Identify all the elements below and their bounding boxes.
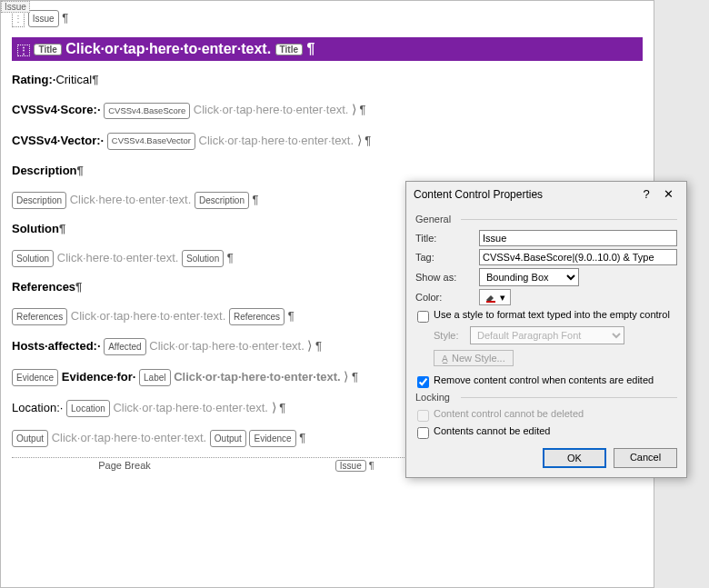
evidence-outer-tag[interactable]: Evidence	[12, 369, 58, 386]
showas-label: Show as:	[415, 272, 479, 283]
lock-edit-row[interactable]: Contents cannot be edited	[417, 425, 677, 439]
cvss-vector-line[interactable]: CVSSv4·Vector:· CVSSv4.BaseVector Click·…	[12, 130, 643, 152]
cvss-score-placeholder[interactable]: Click·or·tap·here·to·enter·text.	[194, 103, 349, 116]
pilcrow-icon: ¶	[77, 164, 84, 177]
pilcrow-icon: ¶	[299, 431, 305, 444]
solution-placeholder[interactable]: Click·here·to·enter·text.	[57, 251, 179, 264]
color-label: Color:	[415, 292, 479, 303]
pilcrow-icon: ¶	[227, 251, 234, 264]
pilcrow-icon: ¶	[306, 41, 315, 56]
new-style-button: A̲ New Style...	[434, 350, 514, 366]
pilcrow-icon: ¶	[352, 370, 358, 384]
style-select: Default Paragraph Font	[470, 326, 624, 344]
showas-row: Show as: Bounding Box	[415, 268, 677, 286]
use-style-label: Use a style to format text typed into th…	[434, 309, 670, 320]
chevron-down-icon: ▾	[500, 292, 505, 304]
help-icon[interactable]: ?	[635, 187, 657, 201]
color-button[interactable]: ▾	[479, 289, 511, 305]
paint-bucket-icon	[484, 291, 497, 304]
pilcrow-icon: ¶	[369, 460, 374, 471]
title-placeholder[interactable]: Click·or·tap·here·to·enter·text.	[65, 41, 271, 56]
svg-rect-0	[486, 301, 495, 303]
solution-tag-start[interactable]: Solution	[12, 250, 54, 267]
location-label: Location:	[12, 401, 60, 414]
hosts-label: Hosts·affected:	[12, 339, 97, 353]
general-group-label: General	[415, 214, 677, 224]
issue-tag[interactable]: Issue	[28, 10, 59, 27]
ok-button[interactable]: OK	[543, 448, 606, 468]
dialog-buttons: OK Cancel	[415, 448, 677, 468]
tag-row: Tag:	[415, 249, 677, 265]
cancel-button[interactable]: Cancel	[614, 448, 677, 468]
location-tag[interactable]: Location	[66, 400, 110, 417]
new-style-icon: A̲	[442, 354, 448, 364]
rating-line[interactable]: Rating:·Critical¶	[12, 70, 643, 90]
pilcrow-icon: ¶	[62, 11, 68, 25]
use-style-checkbox-row[interactable]: Use a style to format text typed into th…	[417, 309, 677, 323]
content-control-properties-dialog: Content Control Properties ? ✕ General T…	[405, 181, 687, 478]
lock-edit-checkbox[interactable]	[417, 427, 429, 439]
tag-label: Tag:	[415, 252, 479, 263]
label-tag[interactable]: Label	[139, 369, 170, 386]
remove-cc-checkbox[interactable]	[417, 376, 429, 388]
evidence-tag-end[interactable]: Evidence	[249, 430, 295, 447]
new-style-label: New Style...	[452, 353, 505, 364]
issue-tag-end[interactable]: Issue	[335, 460, 366, 472]
pilcrow-icon: ¶	[364, 134, 371, 147]
description-placeholder[interactable]: Click·here·to·enter·text.	[70, 193, 192, 206]
lock-delete-label: Content control cannot be deleted	[434, 408, 584, 419]
output-tag-end[interactable]: Output	[210, 430, 246, 447]
pilcrow-icon: ¶	[59, 222, 65, 235]
lock-delete-checkbox	[417, 410, 429, 422]
dialog-body: General Title: Tag: Show as: Bounding Bo…	[406, 206, 686, 477]
title-row[interactable]: ⋮ Title Click·or·tap·here·to·enter·text.…	[12, 37, 643, 61]
rating-value: Critical	[55, 73, 92, 86]
description-tag-end[interactable]: Description	[195, 192, 249, 209]
title-tag-start[interactable]: Title	[34, 44, 61, 55]
page-break-label: Page Break	[98, 460, 150, 471]
locking-group-label: Locking	[415, 392, 677, 403]
showas-select[interactable]: Bounding Box	[479, 268, 579, 286]
cvss-score-tag[interactable]: CVSSv4.BaseScore	[104, 103, 190, 119]
cc-start-bracket: ⋮	[17, 45, 30, 56]
references-tag-start[interactable]: References	[12, 308, 67, 325]
title-row: Title:	[415, 230, 677, 246]
cvss-vector-tag[interactable]: CVSSv4.BaseVector	[107, 133, 195, 149]
issue-start-line: ⋮ Issue ¶	[12, 8, 643, 28]
hosts-placeholder[interactable]: Click·or·tap·here·to·enter·text.	[149, 339, 305, 353]
solution-tag-end[interactable]: Solution	[182, 250, 224, 267]
pilcrow-icon: ¶	[253, 193, 259, 206]
tag-input[interactable]	[479, 249, 677, 265]
references-placeholder[interactable]: Click·or·tap·here·to·enter·text.	[71, 309, 226, 323]
pilcrow-icon: ¶	[92, 73, 98, 86]
evidence-placeholder[interactable]: Click·or·tap·here·to·enter·text.	[174, 370, 341, 384]
rating-label: Rating	[12, 73, 48, 86]
references-tag-end[interactable]: References	[229, 308, 285, 325]
remove-cc-checkbox-row[interactable]: Remove content control when contents are…	[417, 374, 677, 388]
pilcrow-icon: ¶	[360, 103, 366, 116]
description-heading: Description¶	[12, 161, 643, 181]
use-style-checkbox[interactable]	[417, 311, 429, 323]
location-placeholder[interactable]: Click·or·tap·here·to·enter·text.	[113, 401, 268, 414]
cc-end-bracket: ⟩	[272, 397, 276, 419]
pilcrow-icon: ¶	[288, 309, 295, 323]
cc-end-bracket: ⟩	[344, 366, 348, 388]
title-input[interactable]	[479, 230, 677, 246]
top-issue-tag: Issue	[1, 1, 30, 13]
solution-heading-text: Solution	[12, 222, 59, 235]
pilcrow-icon: ¶	[315, 339, 322, 353]
title-tag-end[interactable]: Title	[275, 44, 303, 55]
dialog-titlebar[interactable]: Content Control Properties ? ✕	[406, 182, 686, 206]
description-tag-start[interactable]: Description	[12, 192, 66, 209]
cc-end-bracket: ⟩	[357, 130, 362, 152]
style-label: Style:	[434, 330, 470, 341]
color-row: Color: ▾	[415, 289, 677, 305]
remove-cc-label: Remove content control when contents are…	[434, 374, 654, 385]
output-placeholder[interactable]: Click·or·tap·here·to·enter·text.	[52, 431, 207, 444]
output-tag-start[interactable]: Output	[12, 430, 48, 447]
affected-tag[interactable]: Affected	[104, 338, 146, 355]
cvss-score-line[interactable]: CVSSv4·Score:· CVSSv4.BaseScore Click·or…	[12, 99, 643, 121]
cvss-vector-placeholder[interactable]: Click·or·tap·here·to·enter·text.	[199, 134, 354, 147]
close-icon[interactable]: ✕	[657, 187, 679, 201]
references-heading-text: References	[12, 280, 75, 294]
